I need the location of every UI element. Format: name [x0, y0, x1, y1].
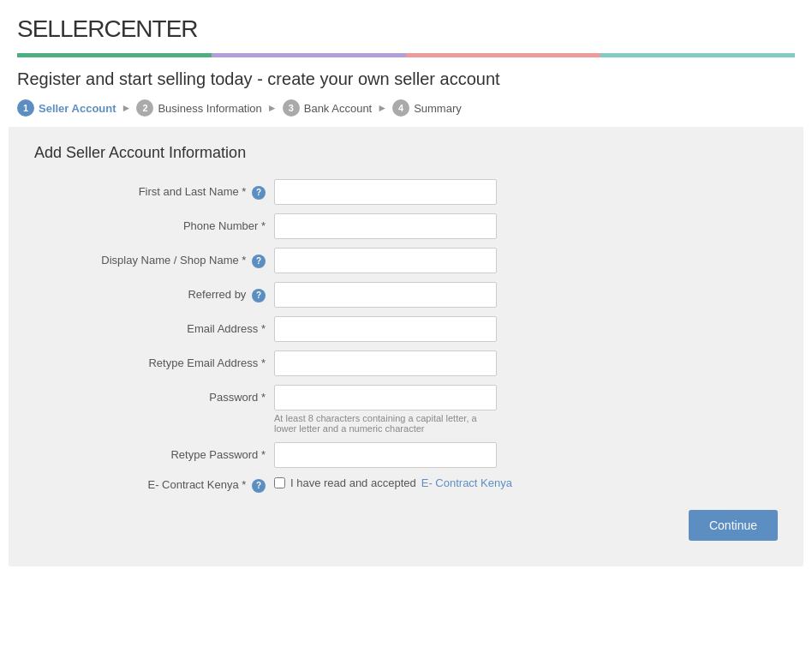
row-phone: Phone Number *	[34, 213, 778, 239]
label-email: Email Address *	[34, 316, 274, 335]
row-password: Password * At least 8 characters contain…	[34, 385, 778, 434]
step-1-label: Seller Account	[39, 102, 116, 115]
label-contract: E- Contract Kenya * ?	[34, 476, 274, 493]
contract-link[interactable]: E- Contract Kenya	[421, 476, 512, 489]
row-retype-password: Retype Password *	[34, 442, 778, 468]
progress-seg-1	[17, 53, 212, 57]
continue-row: Continue	[34, 510, 778, 541]
input-wrapper-retype-email	[274, 350, 497, 376]
step-arrow-1: ►	[122, 102, 132, 114]
contract-checkbox[interactable]	[274, 477, 285, 488]
row-retype-email: Retype Email Address *	[34, 350, 778, 376]
step-3-num: 3	[283, 99, 300, 117]
step-2-label: Business Information	[158, 102, 261, 115]
label-password: Password *	[34, 385, 274, 404]
progress-seg-2	[212, 53, 406, 57]
form-container: Add Seller Account Information First and…	[9, 127, 803, 566]
form-title: Add Seller Account Information	[34, 144, 778, 162]
row-email: Email Address *	[34, 316, 778, 342]
progress-seg-4	[600, 53, 795, 57]
header: SELLERCENTER	[0, 0, 812, 57]
steps-nav: 1 Seller Account ► 2 Business Informatio…	[0, 99, 812, 127]
label-referred: Referred by ?	[34, 282, 274, 303]
first-last-name-input[interactable]	[274, 179, 497, 205]
step-2-num: 2	[136, 99, 153, 117]
label-display-name: Display Name / Shop Name * ?	[34, 248, 274, 268]
password-hint: At least 8 characters containing a capit…	[274, 413, 497, 434]
retype-password-input[interactable]	[274, 442, 497, 468]
row-display-name: Display Name / Shop Name * ?	[34, 248, 778, 273]
step-3-label: Bank Account	[304, 102, 373, 115]
input-wrapper-retype-password	[274, 442, 497, 468]
step-4-label: Summary	[414, 102, 462, 115]
label-retype-email: Retype Email Address *	[34, 350, 274, 369]
help-icon-referred[interactable]: ?	[252, 289, 266, 303]
contract-text: I have read and accepted	[290, 476, 416, 489]
phone-input[interactable]	[274, 213, 497, 239]
password-input[interactable]	[274, 385, 497, 410]
step-1[interactable]: 1 Seller Account	[17, 99, 116, 117]
email-input[interactable]	[274, 316, 497, 342]
input-wrapper-referred	[274, 282, 497, 308]
help-icon-display-name[interactable]: ?	[252, 255, 266, 268]
step-arrow-3: ►	[377, 102, 387, 114]
logo-bold: SELLER	[17, 15, 104, 42]
label-retype-password: Retype Password *	[34, 442, 274, 461]
step-4-num: 4	[392, 99, 409, 117]
continue-button[interactable]: Continue	[689, 510, 778, 541]
logo-light: CENTER	[104, 15, 197, 42]
logo: SELLERCENTER	[17, 15, 795, 43]
row-first-last-name: First and Last Name * ?	[34, 179, 778, 205]
row-contract: E- Contract Kenya * ? I have read and ac…	[34, 476, 778, 493]
step-3[interactable]: 3 Bank Account	[283, 99, 373, 117]
step-arrow-2: ►	[267, 102, 278, 114]
input-wrapper-password: At least 8 characters containing a capit…	[274, 385, 497, 434]
progress-seg-3	[406, 53, 600, 57]
step-4[interactable]: 4 Summary	[392, 99, 462, 117]
input-wrapper-email	[274, 316, 497, 342]
retype-email-input[interactable]	[274, 350, 497, 376]
page-title: Register and start selling today - creat…	[0, 57, 812, 99]
help-icon-first-last-name[interactable]: ?	[252, 186, 266, 200]
input-wrapper-phone	[274, 213, 497, 239]
contract-content: I have read and accepted E- Contract Ken…	[274, 476, 512, 489]
row-referred: Referred by ?	[34, 282, 778, 308]
progress-bar	[17, 53, 795, 57]
step-1-num: 1	[17, 99, 34, 117]
label-first-last-name: First and Last Name * ?	[34, 179, 274, 200]
input-wrapper-first-last-name	[274, 179, 497, 205]
referred-input[interactable]	[274, 282, 497, 308]
step-2[interactable]: 2 Business Information	[136, 99, 261, 117]
input-wrapper-display-name	[274, 248, 497, 273]
help-icon-contract[interactable]: ?	[252, 479, 266, 493]
display-name-input[interactable]	[274, 248, 497, 273]
label-phone: Phone Number *	[34, 213, 274, 232]
